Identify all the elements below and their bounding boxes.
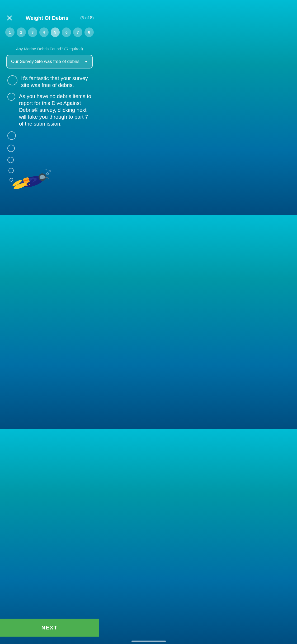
diver-svg <box>3 167 61 194</box>
svg-point-11 <box>46 173 49 175</box>
dropdown-selected-value: Our Survey Site was free of debris <box>11 59 79 64</box>
close-button[interactable] <box>5 14 14 22</box>
info-row-1: It's fantastic that your survey site was… <box>7 75 92 89</box>
decorative-row-4 <box>7 144 92 152</box>
page-title: Weight Of Debris <box>14 15 80 21</box>
radio-bullet-1 <box>7 75 17 85</box>
info-section: It's fantastic that your survey site was… <box>6 75 93 182</box>
step-5-active[interactable]: 5 <box>51 27 60 37</box>
step-1[interactable]: 1 <box>5 27 15 37</box>
step-7[interactable]: 7 <box>73 27 82 37</box>
radio-bullet-5 <box>7 157 14 163</box>
svg-point-12 <box>49 170 50 172</box>
question-label: Any Marine Debris Found? (Required) <box>6 47 93 51</box>
step-indicators: 1 2 3 4 5 6 7 8 <box>0 25 99 42</box>
step-4[interactable]: 4 <box>39 27 49 37</box>
step-2[interactable]: 2 <box>17 27 26 37</box>
info-text-2: As you have no debris items to report fo… <box>19 93 92 127</box>
diver-illustration <box>3 167 61 194</box>
progress-indicator: (5 of 8) <box>80 16 94 20</box>
svg-point-13 <box>46 169 47 170</box>
decorative-row-3 <box>7 131 92 140</box>
info-row-2: As you have no debris items to report fo… <box>7 93 92 127</box>
info-text-1: It's fantastic that your survey site was… <box>21 75 92 89</box>
radio-bullet-3 <box>7 131 16 140</box>
radio-bullet-4 <box>7 145 15 152</box>
status-bar <box>0 0 99 12</box>
header: Weight Of Debris (5 of 8) <box>0 12 99 25</box>
debris-dropdown[interactable]: Our Survey Site was free of debris ▼ <box>6 55 93 68</box>
step-6[interactable]: 6 <box>62 27 71 37</box>
step-8[interactable]: 8 <box>84 27 94 37</box>
radio-bullet-2 <box>7 93 15 101</box>
close-icon <box>7 15 12 21</box>
main-content: Any Marine Debris Found? (Required) Our … <box>0 42 99 182</box>
step-3[interactable]: 3 <box>28 27 37 37</box>
chevron-down-icon: ▼ <box>84 59 88 64</box>
decorative-row-5 <box>7 156 92 163</box>
